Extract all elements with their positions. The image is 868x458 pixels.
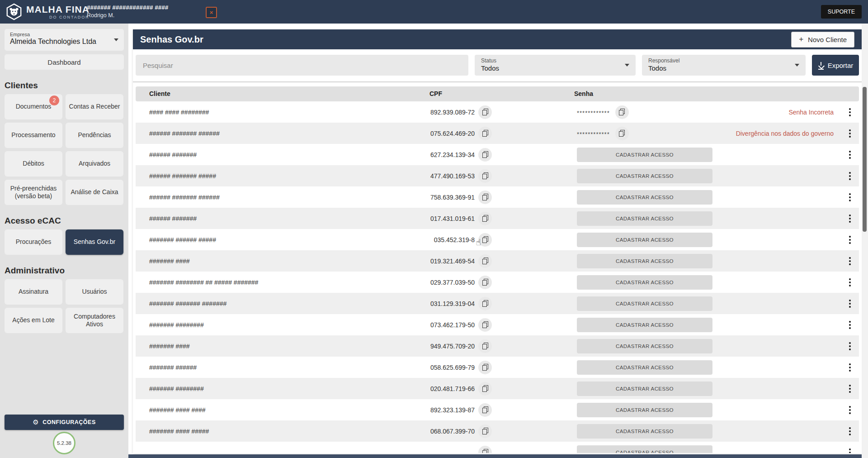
copy-password-button[interactable] [615,127,629,140]
row-menu-button[interactable] [847,404,853,416]
copy-cpf-button[interactable] [478,446,492,453]
copy-cpf-button[interactable] [478,382,492,396]
cadastrar-acesso-button[interactable]: CADASTRAR ACESSO [577,254,712,268]
company-select[interactable]: Empresa Almeida Technologies Ltda [5,29,124,51]
cadastrar-acesso-button[interactable]: CADASTRAR ACESSO [577,403,712,417]
copy-icon [482,151,488,158]
cadastrar-acesso-button[interactable]: CADASTRAR ACESSO [577,445,712,453]
sidebar-item-procuracoes[interactable]: Procurações [5,229,62,255]
cadastrar-acesso-button[interactable]: CADASTRAR ACESSO [577,339,712,353]
row-menu-button[interactable] [847,191,853,203]
export-button[interactable]: Exportar [812,55,859,76]
vertical-scrollbar-track[interactable] [862,24,868,458]
copy-cpf-button[interactable] [478,169,492,183]
client-name: ####### #### [136,343,416,350]
cadastrar-acesso-button[interactable]: CADASTRAR ACESSO [577,211,712,226]
table-row: ####### ######## 020.481.719-66 CADASTRA… [136,378,859,399]
row-menu-button[interactable] [847,447,853,453]
row-menu-button[interactable] [847,149,853,161]
new-client-button[interactable]: + Novo Cliente [791,32,854,48]
horizontal-scrollbar[interactable] [128,454,862,458]
row-menu-button[interactable] [847,234,853,246]
copy-cpf-button[interactable] [478,339,492,353]
sidebar-item-debitos[interactable]: Débitos [5,151,62,177]
copy-cpf-button[interactable] [478,127,492,140]
sidebar-item-pendencias[interactable]: Pendências [66,123,123,148]
sidebar-item-contas-a-receber[interactable]: Contas a Receber [66,94,123,119]
cadastrar-acesso-button[interactable]: CADASTRAR ACESSO [577,382,712,396]
gear-icon: ⚙ [33,418,39,426]
support-button[interactable]: SUPORTE [821,5,862,19]
sidebar-item-arquivados[interactable]: Arquivados [66,151,123,177]
cadastrar-acesso-button[interactable]: CADASTRAR ACESSO [577,148,712,162]
copy-icon [482,130,488,137]
cadastrar-acesso-button[interactable]: CADASTRAR ACESSO [577,233,712,247]
client-name: ###### ####### ###### [136,130,416,137]
vertical-scrollbar-thumb[interactable] [863,87,867,232]
cpf-value: 035.452.319-8☝ [416,236,475,243]
cadastrar-acesso-button[interactable]: CADASTRAR ACESSO [577,169,712,183]
copy-icon [482,194,488,200]
copy-cpf-button[interactable] [478,403,492,417]
copy-cpf-button[interactable] [478,212,492,225]
copy-icon [482,321,488,328]
settings-button[interactable]: ⚙ CONFIGURAÇÕES [5,415,124,430]
row-menu-button[interactable] [847,319,853,331]
main-area: Senhas Gov.br + Novo Cliente Status Todo… [128,24,868,458]
copy-cpf-button[interactable] [478,318,492,332]
row-menu-button[interactable] [847,255,853,267]
row-menu-button[interactable] [847,128,853,139]
copy-cpf-button[interactable] [478,276,492,289]
senha-cell: CADASTRAR ACESSO [577,318,712,332]
table-row: ####### ######## 073.462.179-50 CADASTRA… [136,314,859,335]
copy-password-button[interactable] [615,105,629,119]
notification-badge: 2 [49,95,59,105]
sidebar-item-pre-preenchidas-versao-beta[interactable]: Pré-preenchidas (versão beta) [5,180,62,205]
row-menu-button[interactable] [847,383,853,395]
sidebar-item-analise-de-caixa[interactable]: Análise de Caixa [66,180,123,205]
sidebar-item-usuarios[interactable]: Usuários [66,279,123,305]
copy-cpf-button[interactable] [478,297,492,310]
copy-icon [619,109,625,115]
sidebar-item-assinatura[interactable]: Assinatura [5,279,62,305]
copy-cpf-button[interactable] [478,191,492,204]
sidebar-section-title: Administrativo [5,266,124,276]
copy-icon [482,258,488,264]
responsavel-filter-select[interactable]: Responsável Todos [642,55,806,76]
status-filter-select[interactable]: Status Todos [475,55,636,76]
search-input[interactable] [136,62,468,69]
table-row: ####### #### ##### 068.067.399-70 CADAST… [136,420,859,442]
copy-cpf-button[interactable] [478,148,492,162]
cadastrar-acesso-button[interactable]: CADASTRAR ACESSO [577,190,712,205]
sidebar-item-computadores-ativos[interactable]: Computadores Ativos [66,308,123,333]
copy-icon [482,428,488,434]
copy-cpf-button[interactable] [478,105,492,119]
cadastrar-acesso-button[interactable]: CADASTRAR ACESSO [577,318,712,332]
row-menu-button[interactable] [847,277,853,288]
row-menu-button[interactable] [847,362,853,373]
copy-cpf-button[interactable] [478,254,492,268]
sidebar-item-dashboard[interactable]: Dashboard [5,54,124,70]
logo-subtitle: DO CONTADOR [49,15,90,19]
senha-cell: CADASTRAR ACESSO [577,424,712,439]
row-menu-button[interactable] [847,170,853,182]
copy-cpf-button[interactable] [478,361,492,374]
cadastrar-acesso-button[interactable]: CADASTRAR ACESSO [577,424,712,439]
row-menu-button[interactable] [847,106,853,118]
row-menu-button[interactable] [847,340,853,352]
senhas-govbr-panel: Senhas Gov.br + Novo Cliente Status Todo… [133,29,862,453]
row-menu-button[interactable] [847,425,853,437]
sidebar-item-acoes-em-lote[interactable]: Ações em Lote [5,308,62,333]
cadastrar-acesso-button[interactable]: CADASTRAR ACESSO [577,360,712,375]
sidebar-item-documentos[interactable]: Documentos2 [5,94,62,119]
sidebar-item-processamento[interactable]: Processamento [5,123,62,148]
cadastrar-acesso-button[interactable]: CADASTRAR ACESSO [577,275,712,290]
copy-cpf-button[interactable] [478,425,492,438]
close-session-icon[interactable]: × [206,7,217,18]
row-menu-button[interactable] [847,298,853,310]
copy-icon [482,406,488,413]
version-badge: 5.2.38 [53,432,75,454]
cadastrar-acesso-button[interactable]: CADASTRAR ACESSO [577,296,712,311]
sidebar-item-senhas-gov-br[interactable]: Senhas Gov.br [66,229,123,255]
row-menu-button[interactable] [847,213,853,224]
